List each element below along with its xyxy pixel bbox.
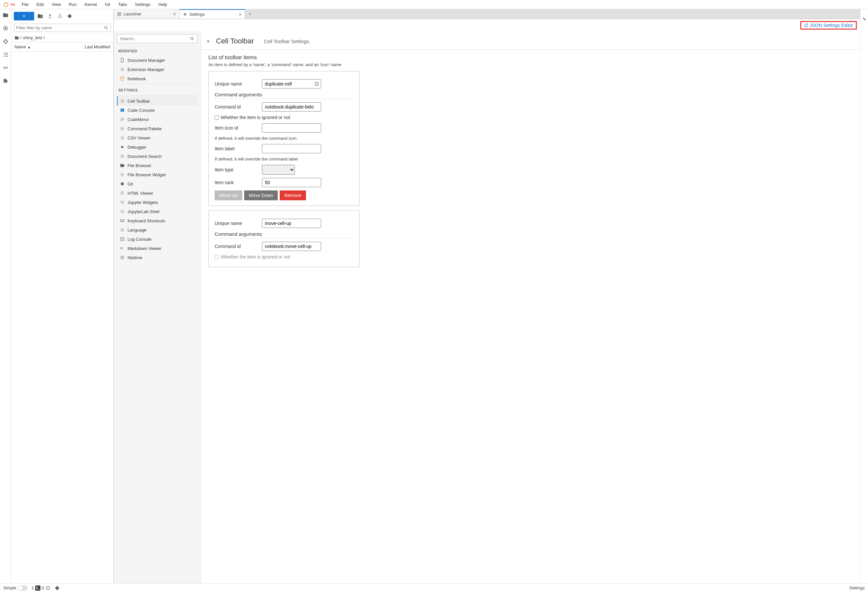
close-icon[interactable]: ×	[173, 12, 176, 17]
item-type-select[interactable]	[262, 165, 295, 175]
terminal-icon[interactable]: $_	[35, 585, 40, 591]
ignored-checkbox[interactable]	[215, 115, 219, 120]
svg-point-11	[122, 100, 123, 102]
sidebar-item-extension-manager[interactable]: Extension Manager	[117, 65, 198, 74]
menu-view[interactable]: View	[48, 1, 64, 8]
sidebar-item-label: Command Palette	[127, 126, 162, 131]
item-label-input[interactable]	[262, 144, 321, 153]
git-status-icon[interactable]	[55, 585, 60, 591]
menu-settings[interactable]: Settings	[132, 1, 154, 8]
command-id-label: Command id	[215, 104, 257, 110]
breadcrumb-sep: /	[43, 35, 45, 40]
menu-edit[interactable]: Edit	[33, 1, 47, 8]
unique-name-input[interactable]	[262, 79, 321, 89]
item-label-label: Item label	[215, 146, 257, 151]
sidebar-item-jupyter-widgets[interactable]: Jupyter Widgets	[117, 198, 198, 207]
upload-icon[interactable]	[46, 12, 54, 20]
rail-file-browser-icon[interactable]	[2, 12, 9, 18]
json-settings-editor-button[interactable]: JSON Settings Editor	[800, 21, 857, 30]
sidebar-item-file-browser-widget[interactable]: File Browser Widget	[117, 170, 198, 179]
sidebar-item-command-palette[interactable]: Command Palette	[117, 124, 198, 133]
sidebar-item-file-browser-s[interactable]: File Browser	[117, 161, 198, 170]
ignored-checkbox[interactable]	[215, 255, 219, 259]
command-id-input[interactable]	[262, 102, 321, 111]
sidebar-item-git[interactable]: Git	[117, 179, 198, 188]
breadcrumb-seg1[interactable]: shiny_test	[23, 35, 43, 40]
menu-file[interactable]: File	[18, 1, 32, 8]
sidebar-item-log-console[interactable]: Log Console	[117, 234, 198, 244]
menu-tabs[interactable]: Tabs	[115, 1, 130, 8]
rail-extensions-icon[interactable]	[2, 78, 9, 84]
tab-launcher[interactable]: Launcher ×	[114, 9, 179, 19]
unique-name-input[interactable]	[262, 219, 321, 228]
section-settings-title: SETTINGS	[117, 85, 198, 95]
chip-icon[interactable]	[45, 585, 51, 591]
sidebar-item-nbdime[interactable]: Nbdime	[117, 253, 198, 262]
external-link-icon	[804, 23, 809, 28]
file-icon	[120, 58, 125, 63]
move-down-button[interactable]: Move Down	[244, 191, 278, 200]
sort-asc-icon[interactable]: ▴	[28, 44, 30, 49]
sidebar-item-debugger[interactable]: Debugger	[117, 142, 198, 152]
menu-help[interactable]: Help	[155, 1, 171, 8]
list-description: An item is defined by a 'name', a 'comma…	[208, 62, 853, 67]
toolbar-item-card: Unique name Command arguments Command id	[208, 71, 360, 206]
settings-search-input[interactable]	[117, 34, 198, 43]
sidebar-item-language[interactable]: Language	[117, 225, 198, 234]
item-rank-input[interactable]	[262, 178, 321, 187]
property-inspector-icon[interactable]	[862, 16, 867, 22]
new-folder-icon[interactable]: +	[36, 12, 44, 20]
icon-id-input[interactable]	[262, 123, 321, 133]
sidebar-item-csv-viewer[interactable]: CSV Viewer	[117, 133, 198, 142]
field-info-icon[interactable]	[314, 81, 319, 86]
sidebar-item-markdown-viewer[interactable]: MMarkdown Viewer	[117, 244, 198, 253]
sidebar-item-document-search[interactable]: Document Search	[117, 152, 198, 161]
icon-id-label: Item icon id	[215, 125, 257, 130]
git-action-icon[interactable]	[66, 12, 74, 20]
col-name-label[interactable]: Name	[15, 44, 26, 49]
breadcrumb-root[interactable]: /	[21, 35, 22, 40]
rail-toc-icon[interactable]	[2, 51, 9, 58]
sidebar-item-jupyterlab-shell[interactable]: JupyterLab Shell	[117, 207, 198, 216]
move-up-button[interactable]: Move Up	[215, 191, 242, 200]
new-launcher-button[interactable]: +	[14, 12, 34, 21]
svg-point-17	[122, 174, 123, 175]
rail-running-icon[interactable]	[2, 25, 9, 31]
col-modified-label[interactable]: Last Modified	[71, 43, 114, 51]
gear-icon	[120, 98, 125, 104]
rail-datalore-icon[interactable]	[2, 64, 9, 71]
settings-subtitle: Cell Toolbar Settings.	[264, 38, 310, 44]
sidebar-item-document-manager[interactable]: Document Manager	[117, 56, 198, 65]
terminal-icon	[120, 108, 125, 113]
file-filter-field[interactable]	[16, 25, 104, 30]
bug-icon	[120, 144, 125, 149]
tab-settings[interactable]: Settings ×	[179, 9, 245, 19]
list-icon	[120, 237, 125, 242]
remove-button[interactable]: Remove	[280, 191, 306, 200]
sidebar-item-cell-toolbar[interactable]: Cell Toolbar	[117, 96, 198, 105]
breadcrumb[interactable]: / shiny_test /	[11, 33, 114, 42]
sidebar-item-label: Markdown Viewer	[127, 246, 161, 251]
rail-git-icon[interactable]	[2, 38, 9, 45]
menu-kernel[interactable]: Kernel	[81, 1, 100, 8]
sidebar-item-code-console[interactable]: Code Console	[117, 105, 198, 115]
sidebar-item-notebook[interactable]: Notebook	[117, 74, 198, 83]
collapse-caret-icon[interactable]: ▾	[207, 39, 210, 44]
keyboard-icon	[120, 218, 125, 223]
sidebar-item-keyboard-shortcuts[interactable]: Keyboard Shortcuts	[117, 216, 198, 225]
launcher-icon	[117, 12, 122, 16]
command-args-heading: Command arguments	[215, 92, 353, 99]
settings-search-field[interactable]	[120, 36, 190, 41]
close-icon[interactable]: ×	[239, 12, 242, 17]
refresh-icon[interactable]	[56, 12, 64, 20]
sidebar-item-codemirror[interactable]: CodeMirror	[117, 115, 198, 124]
sidebar-item-html-viewer[interactable]: HTML Viewer	[117, 188, 198, 198]
add-tab-button[interactable]: +	[245, 9, 255, 19]
command-id-input[interactable]	[262, 242, 321, 251]
menu-git[interactable]: Git	[102, 1, 114, 8]
menu-run[interactable]: Run	[65, 1, 80, 8]
simple-mode-toggle[interactable]	[18, 585, 28, 591]
sidebar-item-label: Extension Manager	[127, 67, 164, 72]
terminal-count: 1	[31, 585, 34, 591]
file-filter-input[interactable]	[14, 24, 111, 32]
